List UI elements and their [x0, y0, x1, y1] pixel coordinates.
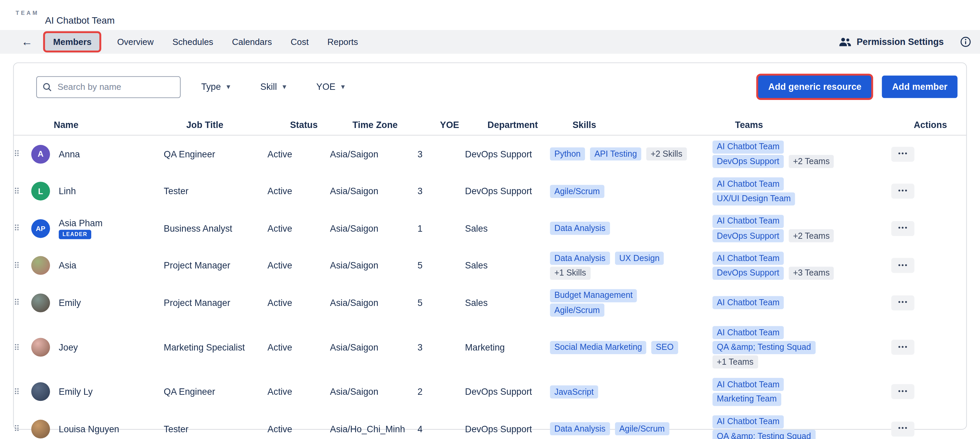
column-header-teams: Teams — [735, 120, 914, 130]
teams-cell: AI Chatbot Team — [712, 295, 891, 311]
table-body: ⠿AAnnaQA EngineerActiveAsia/Saigon3DevOp… — [14, 135, 966, 439]
table-row: ⠿EmilyProject ManagerActiveAsia/Saigon5S… — [14, 284, 966, 322]
drag-handle-icon[interactable]: ⠿ — [14, 261, 32, 271]
drag-handle-icon[interactable]: ⠿ — [14, 424, 32, 434]
time-zone: Asia/Saigon — [330, 149, 418, 159]
team-chip[interactable]: AI Chatbot Team — [712, 415, 784, 428]
department: Marketing — [465, 342, 550, 353]
column-header-yoe: YOE — [440, 120, 488, 130]
skill-chip[interactable]: Data Analysis — [550, 252, 610, 265]
back-button[interactable]: ← — [19, 35, 35, 49]
team-chip[interactable]: AI Chatbot Team — [712, 378, 784, 391]
skill-chip[interactable]: Agile/Scrum — [550, 304, 605, 317]
tab-reports[interactable]: Reports — [326, 33, 359, 51]
job-title: QA Engineer — [164, 149, 268, 159]
actions-cell: ••• — [891, 422, 934, 436]
time-zone: Asia/Saigon — [330, 186, 418, 197]
drag-handle-icon[interactable]: ⠿ — [14, 187, 32, 196]
skill-chip[interactable]: SEO — [652, 341, 678, 354]
avatar-photo — [31, 382, 50, 401]
tab-calendars[interactable]: Calendars — [231, 33, 273, 51]
team-chip[interactable]: AI Chatbot Team — [712, 140, 784, 153]
row-actions-button[interactable]: ••• — [891, 295, 914, 310]
time-zone: Asia/Saigon — [330, 298, 418, 308]
team-chip[interactable]: QA &amp; Testing Squad — [712, 429, 815, 439]
team-chip[interactable]: AI Chatbot Team — [712, 296, 784, 309]
team-chip[interactable]: AI Chatbot Team — [712, 214, 784, 228]
skill-chip[interactable]: JavaScript — [550, 385, 598, 398]
teams-cell: AI Chatbot TeamDevOps Support+2 Teams — [712, 139, 891, 170]
chevron-down-icon: ▾ — [341, 82, 345, 91]
filter-yoe[interactable]: YOE▾ — [316, 82, 345, 92]
skill-chip[interactable]: UX Design — [615, 252, 664, 265]
chevron-down-icon: ▾ — [283, 82, 286, 91]
job-title: Project Manager — [164, 261, 268, 271]
info-icon[interactable] — [960, 36, 971, 47]
skills-cell: Social Media MarketingSEO — [550, 339, 713, 355]
filter-type[interactable]: Type▾ — [201, 82, 231, 92]
tab-overview[interactable]: Overview — [116, 33, 155, 51]
team-chip[interactable]: DevOps Support — [712, 229, 783, 242]
job-title: Tester — [164, 186, 268, 197]
team-chip[interactable]: QA &amp; Testing Squad — [712, 341, 815, 354]
more-chip[interactable]: +2 Skills — [646, 147, 687, 161]
status: Active — [268, 424, 330, 434]
people-icon — [838, 37, 851, 47]
actions-cell: ••• — [891, 184, 934, 198]
status: Active — [268, 342, 330, 353]
row-actions-button[interactable]: ••• — [891, 221, 914, 236]
member-name-cell: Emily Ly — [31, 382, 164, 401]
more-chip[interactable]: +1 Teams — [712, 355, 758, 368]
avatar-initials: AP — [31, 219, 50, 238]
skill-chip[interactable]: Agile/Scrum — [550, 185, 605, 198]
member-name-cell: Louisa Nguyen — [31, 419, 164, 438]
team-chip[interactable]: AI Chatbot Team — [712, 252, 784, 265]
drag-handle-icon[interactable]: ⠿ — [14, 298, 32, 307]
teams-cell: AI Chatbot TeamDevOps Support+3 Teams — [712, 250, 891, 281]
row-actions-button[interactable]: ••• — [891, 258, 914, 273]
skill-chip[interactable]: Python — [550, 147, 585, 161]
team-chip[interactable]: Marketing Team — [712, 392, 781, 406]
skill-chip[interactable]: Data Analysis — [550, 422, 610, 436]
drag-handle-icon[interactable]: ⠿ — [14, 224, 32, 233]
team-chip[interactable]: DevOps Support — [712, 266, 783, 280]
skill-chip[interactable]: Agile/Scrum — [615, 422, 670, 436]
drag-handle-icon[interactable]: ⠿ — [14, 149, 32, 159]
drag-handle-icon[interactable]: ⠿ — [14, 342, 32, 352]
team-chip[interactable]: AI Chatbot Team — [712, 177, 784, 190]
leader-badge: LEADER — [59, 230, 91, 239]
skill-chip[interactable]: Budget Management — [550, 289, 637, 302]
skill-chip[interactable]: Data Analysis — [550, 222, 610, 235]
table-row: ⠿AsiaProject ManagerActiveAsia/Saigon5Sa… — [14, 247, 966, 284]
tab-members[interactable]: Members — [45, 33, 100, 51]
tab-cost[interactable]: Cost — [289, 33, 310, 51]
table-row: ⠿AAnnaQA EngineerActiveAsia/Saigon3DevOp… — [14, 135, 966, 173]
drag-handle-icon[interactable]: ⠿ — [14, 387, 32, 396]
row-actions-button[interactable]: ••• — [891, 184, 914, 198]
permission-settings-button[interactable]: Permission Settings — [835, 36, 948, 47]
more-chip[interactable]: +2 Teams — [789, 155, 834, 168]
skill-chip[interactable]: API Testing — [590, 147, 641, 161]
members-toolbar: Type▾Skill▾YOE▾ Add generic resource Add… — [14, 76, 966, 98]
row-actions-button[interactable]: ••• — [891, 340, 914, 355]
actions-cell: ••• — [891, 258, 934, 273]
member-name: Anna — [59, 149, 80, 159]
row-actions-button[interactable]: ••• — [891, 147, 914, 162]
add-generic-resource-button[interactable]: Add generic resource — [758, 76, 872, 98]
more-chip[interactable]: +1 Skills — [550, 266, 591, 280]
team-chip[interactable]: UX/UI Design Team — [712, 192, 795, 205]
team-chip[interactable]: AI Chatbot Team — [712, 326, 784, 339]
filter-skill[interactable]: Skill▾ — [260, 82, 286, 92]
search-input[interactable] — [56, 81, 174, 92]
tab-schedules[interactable]: Schedules — [171, 33, 214, 51]
row-actions-button[interactable]: ••• — [891, 422, 914, 436]
more-chip[interactable]: +2 Teams — [789, 229, 834, 242]
member-name-cell: Emily — [31, 293, 164, 312]
team-chip[interactable]: DevOps Support — [712, 155, 783, 168]
more-chip[interactable]: +3 Teams — [789, 266, 834, 280]
teams-cell: AI Chatbot TeamQA &amp; Testing Squad+1 … — [712, 325, 891, 370]
add-member-button[interactable]: Add member — [882, 76, 957, 98]
row-actions-button[interactable]: ••• — [891, 384, 914, 399]
skill-chip[interactable]: Social Media Marketing — [550, 341, 646, 354]
yoe: 2 — [417, 387, 465, 397]
